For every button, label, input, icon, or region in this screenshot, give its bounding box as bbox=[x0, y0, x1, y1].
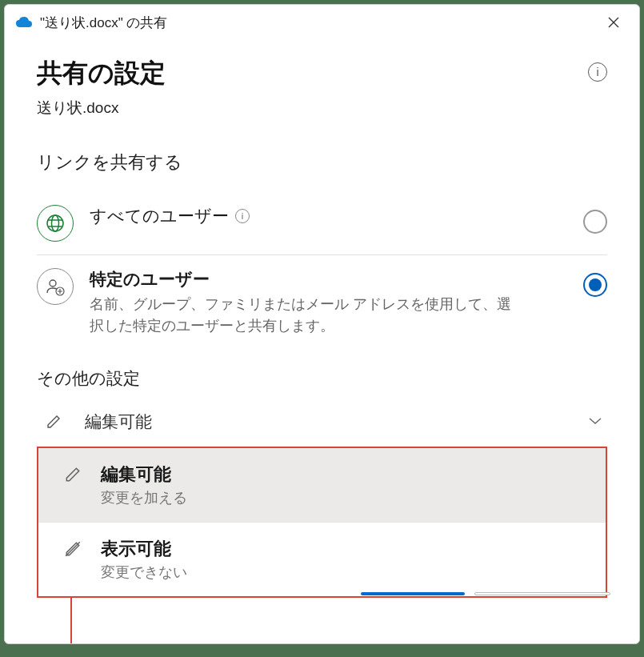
menu-item-desc: 変更を加える bbox=[101, 488, 590, 507]
page-title: 共有の設定 bbox=[37, 56, 166, 91]
info-button[interactable]: i bbox=[588, 62, 607, 82]
pencil-icon bbox=[61, 466, 85, 483]
share-dialog: "送り状.docx" の共有 共有の設定 送り状.docx i リンクを共有する… bbox=[4, 4, 640, 644]
titlebar: "送り状.docx" の共有 bbox=[5, 5, 639, 40]
radio-specific[interactable] bbox=[583, 273, 607, 297]
filename-label: 送り状.docx bbox=[37, 98, 166, 118]
link-share-section-label: リンクを共有する bbox=[37, 150, 607, 174]
menu-item-viewable[interactable]: 表示可能 変更できない bbox=[38, 523, 606, 596]
chevron-down-icon bbox=[588, 415, 602, 429]
annotation-callout-line bbox=[70, 598, 72, 644]
option-specific-desc: 名前、グループ、ファミリまたはメール アドレスを使用して、選択した特定のユーザー… bbox=[90, 294, 522, 337]
dialog-content: 共有の設定 送り状.docx i リンクを共有する すべてのユーザー i bbox=[5, 40, 639, 598]
dialog-footer-buttons bbox=[361, 592, 610, 595]
globe-icon bbox=[37, 205, 74, 242]
close-button[interactable] bbox=[598, 6, 630, 38]
menu-item-editable[interactable]: 編集可能 変更を加える bbox=[38, 448, 606, 523]
titlebar-title: "送り状.docx" の共有 bbox=[40, 14, 598, 32]
pencil-icon bbox=[43, 414, 64, 430]
option-specific-title: 特定のユーザー bbox=[90, 268, 583, 290]
apply-button[interactable] bbox=[361, 592, 465, 595]
option-specific[interactable]: 特定のユーザー 名前、グループ、ファミリまたはメール アドレスを使用して、選択し… bbox=[37, 255, 607, 350]
permission-dropdown[interactable]: 編集可能 bbox=[37, 399, 607, 445]
onedrive-icon bbox=[14, 13, 34, 32]
option-everyone-title: すべてのユーザー i bbox=[90, 205, 583, 227]
menu-item-title: 表示可能 bbox=[101, 537, 590, 561]
pencil-slash-icon bbox=[61, 540, 85, 558]
permission-dropdown-value: 編集可能 bbox=[85, 411, 588, 433]
permission-dropdown-menu: 編集可能 変更を加える 表示可能 変更できない bbox=[37, 447, 607, 598]
radio-everyone[interactable] bbox=[583, 210, 607, 234]
svg-point-2 bbox=[50, 280, 56, 286]
menu-item-desc: 変更できない bbox=[101, 563, 590, 582]
menu-item-title: 編集可能 bbox=[101, 463, 590, 487]
other-settings-label: その他の設定 bbox=[37, 367, 607, 390]
svg-point-1 bbox=[52, 215, 59, 231]
people-add-icon bbox=[37, 268, 74, 305]
cancel-button[interactable] bbox=[474, 592, 610, 595]
svg-point-0 bbox=[47, 215, 63, 231]
option-everyone[interactable]: すべてのユーザー i bbox=[37, 192, 607, 255]
info-icon[interactable]: i bbox=[235, 209, 250, 223]
